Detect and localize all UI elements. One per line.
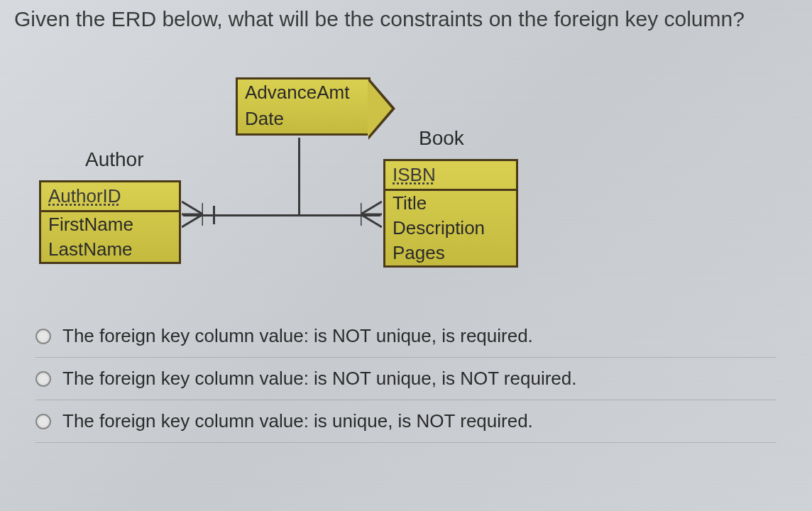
book-attr-description: Description: [385, 216, 516, 241]
svg-line-4: [361, 202, 382, 214]
option-1-text: The foreign key column value: is NOT uni…: [62, 325, 533, 347]
radio-icon[interactable]: [35, 414, 51, 429]
rel-attr-advanceamt: AdvanceAmt: [238, 79, 368, 106]
option-3[interactable]: The foreign key column value: is unique,…: [35, 400, 777, 443]
book-pk: ISBN: [385, 161, 516, 191]
conn-tick-left: [213, 206, 215, 224]
rel-attr-date: Date: [238, 106, 368, 132]
radio-icon[interactable]: [35, 371, 51, 387]
crowfoot-author-icon: [182, 200, 203, 229]
author-attr-lastname: LastName: [41, 237, 179, 262]
svg-line-2: [182, 214, 203, 227]
option-3-text: The foreign key column value: is unique,…: [62, 410, 533, 432]
entity-book-box: ISBN Title Description Pages: [383, 159, 518, 268]
author-attr-firstname: FirstName: [41, 212, 179, 237]
options-list: The foreign key column value: is NOT uni…: [0, 301, 812, 443]
book-attr-pages: Pages: [385, 241, 516, 265]
relationship-tag: AdvanceAmt Date: [236, 77, 371, 136]
option-2[interactable]: The foreign key column value: is NOT uni…: [35, 358, 777, 400]
svg-line-6: [361, 214, 382, 227]
option-1[interactable]: The foreign key column value: is NOT uni…: [35, 315, 777, 358]
option-2-text: The foreign key column value: is NOT uni…: [62, 368, 576, 390]
book-attr-title: Title: [385, 191, 516, 216]
entity-author-box: AuthorID FirstName LastName: [39, 180, 181, 264]
radio-icon[interactable]: [35, 329, 51, 344]
author-pk: AuthorID: [41, 182, 179, 212]
question-text: Given the ERD below, what will be the co…: [0, 0, 812, 31]
entity-book-label: Book: [419, 127, 464, 150]
conn-line-vertical: [298, 138, 300, 216]
erd-diagram: Author AuthorID FirstName LastName Advan…: [0, 31, 812, 301]
entity-author-label: Author: [85, 148, 144, 171]
svg-line-0: [182, 202, 203, 214]
crowfoot-book-icon: [361, 200, 382, 229]
